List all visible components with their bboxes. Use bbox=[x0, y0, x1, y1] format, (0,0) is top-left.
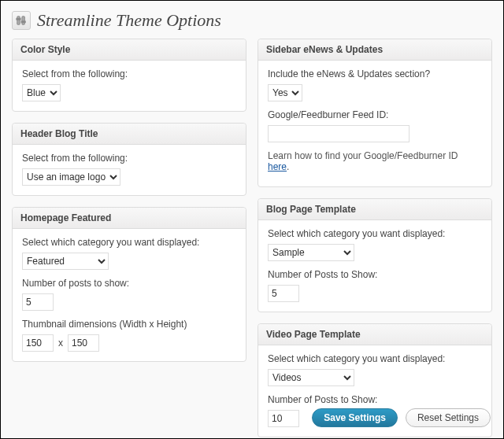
save-button[interactable]: Save Settings bbox=[312, 408, 398, 427]
svg-rect-1 bbox=[22, 17, 25, 25]
feedburner-id-input[interactable] bbox=[268, 125, 410, 142]
field-label: Number of Posts to Show: bbox=[268, 269, 482, 280]
blog-category-select[interactable]: Sample bbox=[268, 244, 354, 261]
field-label: Select which category you want displayed… bbox=[268, 228, 482, 239]
action-buttons: Save Settings Reset Settings bbox=[312, 408, 491, 427]
homepage-category-select[interactable]: Featured bbox=[22, 253, 109, 270]
field-label: Thumbnail dimensions (Width x Height) bbox=[22, 319, 236, 330]
box-header-blog-title: Header Blog Title Select from the follow… bbox=[12, 123, 246, 196]
video-category-select[interactable]: Videos bbox=[268, 369, 354, 386]
box-heading: Header Blog Title bbox=[13, 124, 246, 145]
color-style-select[interactable]: Blue bbox=[22, 84, 61, 101]
thumb-height-input[interactable] bbox=[68, 334, 99, 352]
help-text: Learn how to find your Google/Feedburner… bbox=[268, 150, 482, 172]
page-header: Streamline Theme Options bbox=[12, 10, 492, 31]
box-heading: Blog Page Template bbox=[258, 199, 491, 220]
field-label: Select which category you want displayed… bbox=[22, 237, 236, 248]
right-column: Sidebar eNews & Updates Include the eNew… bbox=[258, 39, 492, 437]
homepage-posts-input[interactable] bbox=[22, 293, 54, 311]
field-label: Number of Posts to Show: bbox=[268, 394, 482, 405]
field-label: Google/Feedburner Feed ID: bbox=[268, 109, 482, 120]
box-blog-template: Blog Page Template Select which category… bbox=[258, 198, 492, 312]
thumb-width-input[interactable] bbox=[22, 334, 54, 352]
box-heading: Color Style bbox=[13, 39, 246, 61]
box-sidebar-enews: Sidebar eNews & Updates Include the eNew… bbox=[258, 39, 492, 187]
box-heading: Homepage Featured bbox=[13, 208, 246, 229]
dimension-separator: x bbox=[58, 338, 63, 349]
field-label: Include the eNews & Updates section? bbox=[268, 68, 482, 79]
header-blog-title-select[interactable]: Use an image logo bbox=[22, 168, 120, 186]
field-label: Select which category you want displayed… bbox=[268, 353, 482, 364]
field-label: Select from the following: bbox=[22, 68, 236, 79]
field-label: Number of posts to show: bbox=[22, 278, 236, 289]
field-label: Select from the following: bbox=[22, 153, 236, 164]
box-color-style: Color Style Select from the following: B… bbox=[12, 39, 246, 112]
svg-rect-3 bbox=[21, 21, 25, 23]
columns: Color Style Select from the following: B… bbox=[12, 39, 492, 437]
reset-button[interactable]: Reset Settings bbox=[406, 408, 491, 427]
box-homepage-featured: Homepage Featured Select which category … bbox=[12, 207, 246, 362]
options-page: Streamline Theme Options Color Style Sel… bbox=[0, 0, 504, 439]
feedburner-help-link[interactable]: here bbox=[268, 161, 287, 172]
blog-posts-input[interactable] bbox=[268, 285, 299, 302]
video-posts-input[interactable] bbox=[268, 410, 299, 427]
box-heading: Video Page Template bbox=[258, 324, 491, 345]
svg-rect-2 bbox=[17, 18, 20, 20]
svg-rect-0 bbox=[17, 17, 20, 25]
left-column: Color Style Select from the following: B… bbox=[12, 39, 246, 437]
page-title: Streamline Theme Options bbox=[37, 10, 221, 31]
settings-icon bbox=[12, 11, 31, 30]
box-heading: Sidebar eNews & Updates bbox=[258, 39, 491, 61]
enews-include-select[interactable]: Yes bbox=[268, 84, 302, 101]
